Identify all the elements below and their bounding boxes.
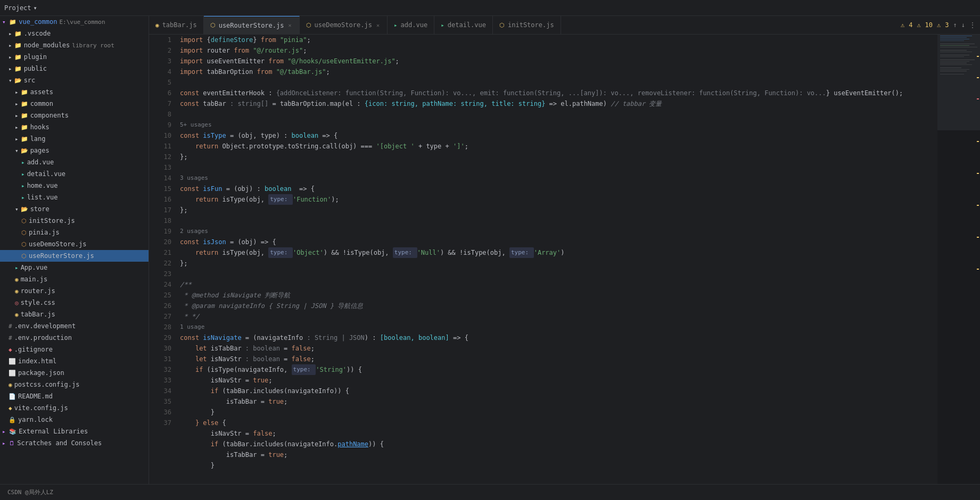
chevron-down-icon: ▾ — [34, 4, 37, 12]
sidebar-item-hooks[interactable]: ▸ 📁 hooks — [0, 121, 149, 133]
vue-icon: ▸ — [21, 159, 25, 166]
sidebar-item-external-libs[interactable]: ▸ 📚 External Libraries — [0, 426, 149, 437]
plugin-label: plugin — [24, 53, 47, 61]
sidebar-item-list-vue[interactable]: ▸ list.vue — [0, 191, 149, 203]
detail-vue-tab-icon: ▸ — [441, 22, 444, 29]
sidebar-item-app-vue[interactable]: ▸ App.vue — [0, 262, 149, 273]
sidebar-item-components[interactable]: ▸ 📁 components — [0, 110, 149, 121]
top-bar: Project ▾ — [0, 0, 980, 16]
store-label: store — [30, 205, 50, 213]
initstore-label: initStore.js — [29, 217, 75, 224]
chevron-right-icon9: ▸ — [15, 136, 19, 143]
nav-down-arrow[interactable]: ↓ — [961, 21, 965, 29]
usedemostore-tab-icon: ⬡ — [306, 22, 311, 29]
sidebar-item-gitignore[interactable]: ◆ .gitignore — [0, 344, 149, 355]
sidebar-item-usedemostore[interactable]: ⬡ useDemoStore.js — [0, 238, 149, 250]
list-vue-label: list.vue — [27, 194, 58, 201]
minimap-svg — [937, 35, 980, 460]
sidebar-item-style-css[interactable]: ◎ style.css — [0, 297, 149, 309]
code-line-19: }; — [180, 258, 937, 269]
sidebar-item-main-js[interactable]: ◉ main.js — [0, 273, 149, 285]
chevron-right-icon2: ▸ — [9, 42, 12, 49]
sidebar-item-common[interactable]: ▸ 📁 common — [0, 98, 149, 110]
sidebar-item-scratches[interactable]: ▸ 🗒 Scratches and Consoles — [0, 437, 149, 449]
tabs-actions: ⚠ 4 ⚠ 10 ⚠ 3 ↑ ↓ ⋮ — [901, 21, 980, 29]
sidebar-item-package-json[interactable]: ⬜ package.json — [0, 367, 149, 379]
minimap — [937, 35, 980, 484]
sidebar-item-pages[interactable]: ▾ 📂 pages — [0, 145, 149, 156]
sidebar-item-public[interactable]: ▸ 📁 public — [0, 63, 149, 74]
sidebar-item-router-js[interactable]: ◉ router.js — [0, 285, 149, 297]
node-modules-label: node_modules — [24, 41, 70, 49]
folder-assets-icon: 📁 — [21, 89, 28, 96]
project-menu[interactable]: Project ▾ — [4, 4, 37, 12]
env-prod-label: .env.production — [14, 334, 72, 341]
code-line-3: import useEventEmitter from "@/hooks/use… — [180, 56, 937, 66]
tab-initstore-js[interactable]: ⬡ initStore.js — [493, 16, 561, 35]
chevron-right-icon3: ▸ — [9, 54, 12, 61]
package-json-label: package.json — [18, 369, 64, 377]
vue-icon4: ▸ — [21, 194, 25, 201]
root-label: vue_common — [19, 18, 57, 26]
add-vue-tab-label: add.vue — [401, 21, 428, 29]
lock-icon: 🔒 — [9, 416, 16, 423]
sidebar-item-postcss[interactable]: ◉ postcss.config.js — [0, 379, 149, 390]
code-line-30: if (tabBar.includes(navigateInfo)) { — [180, 386, 937, 396]
folder-pages-icon: 📂 — [21, 147, 28, 154]
sidebar-item-home-vue[interactable]: ▸ home.vue — [0, 180, 149, 191]
sidebar-item-readme[interactable]: 📄 README.md — [0, 390, 149, 402]
sidebar-item-add-vue[interactable]: ▸ add.vue — [0, 156, 149, 168]
userouterstore-label: useRouterStore.js — [29, 252, 94, 260]
chevron-right-icon5: ▸ — [15, 89, 19, 96]
sidebar-item-pinia[interactable]: ⬡ pinia.js — [0, 227, 149, 238]
warning-count-3: 3 — [945, 21, 949, 29]
code-line-33: } else { — [180, 418, 937, 428]
md-icon: 📄 — [9, 393, 16, 400]
sidebar-item-lang[interactable]: ▸ 📁 lang — [0, 133, 149, 145]
sidebar-item-yarn-lock[interactable]: 🔒 yarn.lock — [0, 414, 149, 426]
csdn-label: CSDN @局外人LZ — [7, 488, 53, 496]
tab-add-vue[interactable]: ▸ add.vue — [388, 16, 434, 35]
sidebar-item-root[interactable]: ▾ 📁 vue_common E:\vue_common — [0, 16, 149, 28]
sidebar-item-node-modules[interactable]: ▸ 📁 node_modules library root — [0, 39, 149, 51]
more-options-icon[interactable]: ⋮ — [969, 21, 976, 29]
tab-userouterstore-js[interactable]: ⬡ useRouterStore.js ✕ — [204, 16, 300, 35]
code-content[interactable]: import {defineStore} from "pinia"; impor… — [176, 35, 937, 484]
tab-detail-vue[interactable]: ▸ detail.vue — [434, 16, 493, 35]
root-path: E:\vue_common — [60, 19, 105, 26]
vue-icon2: ▸ — [21, 171, 25, 178]
detail-vue-tab-label: detail.vue — [448, 21, 486, 29]
tab-usedemostore-js[interactable]: ⬡ useDemoStore.js ✕ — [300, 16, 388, 35]
code-line-13b: const isFun = (obj) : boolean => { — [180, 184, 937, 194]
sidebar: ▾ 📁 vue_common E:\vue_common ▸ 📁 .vscode… — [0, 16, 149, 484]
code-line-9b: const isType = (obj, type) : boolean => … — [180, 130, 937, 141]
sidebar-item-vscode[interactable]: ▸ 📁 .vscode — [0, 28, 149, 39]
chevron-right-icon8: ▸ — [15, 124, 19, 131]
sidebar-item-src[interactable]: ▾ 📂 src — [0, 74, 149, 86]
chevron-right-icon6: ▸ — [15, 101, 19, 107]
sidebar-item-vite-config[interactable]: ◆ vite.config.js — [0, 402, 149, 414]
tab-close-usedemostore[interactable]: ✕ — [375, 22, 381, 28]
sidebar-item-assets[interactable]: ▸ 📁 assets — [0, 86, 149, 98]
sidebar-item-env-dev[interactable]: # .env.development — [0, 320, 149, 332]
line-numbers: 12345 678910 1112131415 1617181920 21222… — [149, 35, 176, 484]
code-line-16 — [180, 215, 937, 226]
sidebar-item-env-prod[interactable]: # .env.production — [0, 332, 149, 344]
sidebar-item-tabbar-js[interactable]: ◉ tabBar.js — [0, 309, 149, 320]
nav-up-arrow[interactable]: ↑ — [953, 21, 957, 29]
tab-close-userouterstore[interactable]: ✕ — [287, 22, 292, 28]
code-line-37: } — [180, 460, 937, 471]
code-line-23: * @param navigateInfo { String | JSON } … — [180, 301, 937, 311]
sidebar-item-plugin[interactable]: ▸ 📁 plugin — [0, 51, 149, 63]
index-html-label: index.html — [18, 357, 56, 365]
html-icon: ⬜ — [9, 358, 16, 365]
sidebar-item-index-html[interactable]: ⬜ index.html — [0, 355, 149, 367]
router-js-icon: ◉ — [15, 288, 19, 295]
sidebar-item-userouterstore[interactable]: ⬡ useRouterStore.js — [0, 250, 149, 262]
code-line-28: if (isType(navigateInfo, type: 'String')… — [180, 364, 937, 375]
tab-tabbar-js[interactable]: ◉ tabBar.js — [149, 16, 204, 35]
sidebar-item-initstore[interactable]: ⬡ initStore.js — [0, 215, 149, 227]
sidebar-item-detail-vue[interactable]: ▸ detail.vue — [0, 168, 149, 180]
env-dev-label: .env.development — [14, 322, 76, 330]
sidebar-item-store[interactable]: ▾ 📂 store — [0, 203, 149, 215]
